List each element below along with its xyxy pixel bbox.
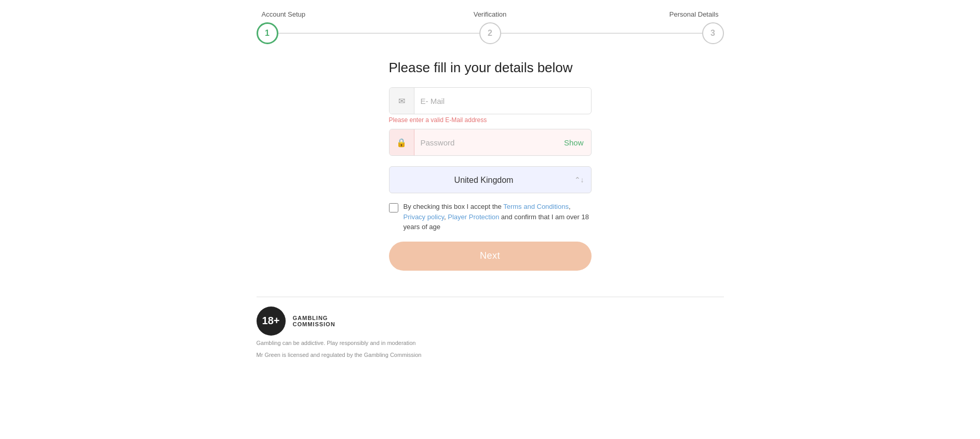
form-title: Please fill in your details below bbox=[389, 60, 592, 76]
password-input-wrapper: 🔒 Show bbox=[389, 129, 592, 156]
step-label-1: Account Setup bbox=[262, 10, 414, 18]
email-icon: ✉ bbox=[390, 88, 414, 114]
step-label-2: Verification bbox=[414, 10, 566, 18]
lock-icon: 🔒 bbox=[390, 129, 414, 155]
age-badge: 18+ bbox=[257, 307, 286, 336]
stepper-line-2 bbox=[501, 33, 702, 34]
page-wrapper: Account Setup Verification Personal Deta… bbox=[0, 0, 980, 360]
next-button[interactable]: Next bbox=[389, 242, 592, 271]
footer-note-2: Mr Green is licensed and regulated by th… bbox=[257, 351, 422, 360]
privacy-link[interactable]: Privacy policy bbox=[404, 213, 445, 221]
footer-top: 18+ GAMBLING COMMISSION bbox=[257, 307, 335, 336]
form-container: Please fill in your details below ✉ Plea… bbox=[389, 60, 592, 271]
stepper-track: 1 2 3 bbox=[257, 22, 724, 44]
step-circle-3: 3 bbox=[702, 22, 724, 44]
step-circle-1: 1 bbox=[257, 22, 278, 44]
protection-link[interactable]: Player Protection bbox=[448, 213, 499, 221]
footer: 18+ GAMBLING COMMISSION Gambling can be … bbox=[257, 297, 724, 360]
email-input-wrapper: ✉ bbox=[389, 87, 592, 114]
terms-checkbox[interactable] bbox=[389, 203, 398, 212]
comma1: , bbox=[569, 203, 571, 210]
terms-checkbox-row: By checking this box I accept the Terms … bbox=[389, 202, 592, 232]
email-error: Please enter a valid E-Mail address bbox=[389, 116, 592, 124]
terms-label: By checking this box I accept the Terms … bbox=[404, 202, 592, 232]
commission-text: COMMISSION bbox=[293, 321, 335, 327]
stepper-labels: Account Setup Verification Personal Deta… bbox=[257, 10, 724, 18]
step-circle-2: 2 bbox=[479, 22, 501, 44]
email-field[interactable] bbox=[414, 97, 591, 105]
country-select[interactable]: United Kingdom United States Germany Fra… bbox=[389, 166, 592, 193]
step-label-3: Personal Details bbox=[566, 10, 718, 18]
country-select-wrapper: United Kingdom United States Germany Fra… bbox=[389, 166, 592, 193]
terms-link[interactable]: Terms and Conditions bbox=[503, 203, 569, 210]
stepper-line-1 bbox=[278, 33, 479, 34]
gambling-commission-label: GAMBLING COMMISSION bbox=[293, 315, 335, 327]
show-password-button[interactable]: Show bbox=[557, 138, 591, 147]
gambling-text: GAMBLING bbox=[293, 315, 335, 321]
footer-note-1: Gambling can be addictive. Play responsi… bbox=[257, 339, 416, 348]
checkbox-prefix: By checking this box I accept the bbox=[404, 203, 504, 210]
stepper: Account Setup Verification Personal Deta… bbox=[257, 10, 724, 44]
password-field[interactable] bbox=[414, 138, 557, 147]
